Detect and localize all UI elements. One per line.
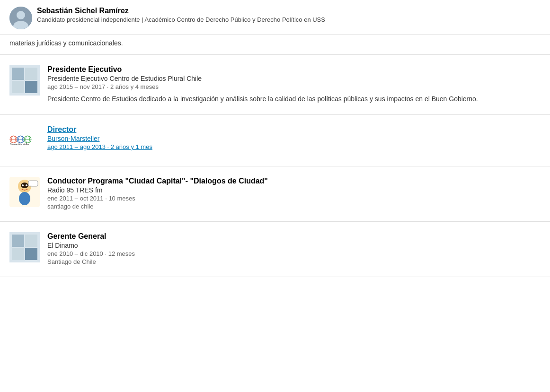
svg-rect-5 <box>12 81 24 93</box>
experience-details: Conductor Programa "Ciudad Capital"- "Di… <box>47 177 541 211</box>
avatar[interactable] <box>9 7 32 29</box>
profile-name[interactable]: Sebastián Sichel Ramírez <box>37 7 541 15</box>
company-name: El Dinamo <box>47 242 541 249</box>
company-logo-eldinamo <box>9 232 40 262</box>
experience-list: Presidente Ejecutivo Presidente Ejecutiv… <box>0 55 550 277</box>
date-range: ago 2015 – nov 2017 · 2 años y 4 meses <box>47 83 541 90</box>
job-title: Gerente General <box>47 232 541 241</box>
profile-info: Sebastián Sichel Ramírez Candidato presi… <box>37 7 541 23</box>
svg-text:Burson·Marsteller: Burson·Marsteller <box>10 143 29 146</box>
company-name: Radio 95 TRES fm <box>47 186 541 194</box>
svg-rect-26 <box>25 235 37 247</box>
svg-point-22 <box>19 192 30 205</box>
location: Santiago de Chile <box>47 258 541 265</box>
location: santiago de chile <box>47 203 541 210</box>
experience-details: Gerente General El Dinamo ene 2010 – dic… <box>47 232 541 266</box>
experience-item-gerente-general: Gerente General El Dinamo ene 2010 – dic… <box>0 222 550 277</box>
svg-rect-6 <box>25 81 37 93</box>
company-name: Presidente Ejecutivo Centro de Estudios … <box>47 75 541 82</box>
job-title[interactable]: Director <box>47 125 541 134</box>
svg-rect-27 <box>12 248 24 260</box>
svg-rect-4 <box>25 68 37 80</box>
experience-item-presidente-ejecutivo: Presidente Ejecutivo Presidente Ejecutiv… <box>0 55 550 115</box>
profile-header: Sebastián Sichel Ramírez Candidato presi… <box>0 0 550 35</box>
company-name[interactable]: Burson-Marsteller <box>47 135 541 142</box>
svg-point-21 <box>26 184 27 186</box>
company-logo-radio: ... <box>9 177 40 207</box>
intro-text: materias jurídicas y comunicacionales. <box>0 35 550 55</box>
experience-details: Presidente Ejecutivo Presidente Ejecutiv… <box>47 65 541 104</box>
experience-item-conductor: ... Conductor Programa "Ciudad Capital"-… <box>0 166 550 222</box>
svg-rect-3 <box>12 68 24 80</box>
experience-item-director: Burson·Marsteller Director Burson-Marste… <box>0 115 550 166</box>
date-range: ene 2011 – oct 2011 · 10 meses <box>47 195 541 202</box>
svg-point-20 <box>22 184 24 186</box>
date-range: ene 2010 – dic 2010 · 12 meses <box>47 250 541 257</box>
company-logo-plural <box>9 65 40 96</box>
avatar-image <box>9 7 32 29</box>
job-title: Conductor Programa "Ciudad Capital"- "Di… <box>47 177 541 185</box>
experience-details: Director Burson-Marsteller ago 2011 – ag… <box>47 125 541 151</box>
svg-rect-25 <box>12 235 24 247</box>
job-title: Presidente Ejecutivo <box>47 65 541 74</box>
svg-text:...: ... <box>29 183 32 186</box>
company-logo-burson: Burson·Marsteller <box>9 125 40 156</box>
job-description: Presidente Centro de Estudios dedicado a… <box>47 94 541 104</box>
svg-point-1 <box>17 11 25 19</box>
profile-subtitle: Candidato presidencial independiente | A… <box>37 16 541 23</box>
svg-rect-28 <box>25 248 37 260</box>
date-range: ago 2011 – ago 2013 · 2 años y 1 mes <box>47 143 541 150</box>
